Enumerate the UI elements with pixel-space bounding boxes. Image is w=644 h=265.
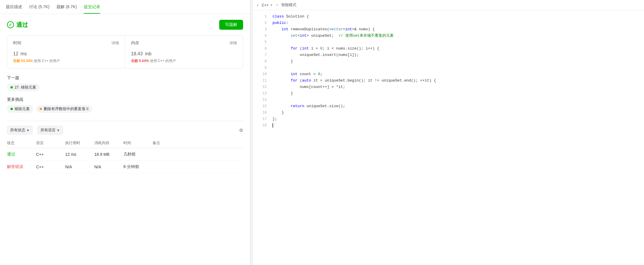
- code-line-7: 7 uniqueSet.insert(nums[i]);: [253, 52, 644, 59]
- code-line-3: 3 int removeDuplicates(vector<int>& nums…: [253, 27, 644, 33]
- time-label: 时间: [13, 40, 21, 46]
- code-line-1: 1class Solution {: [253, 14, 644, 20]
- line-content-13: }: [273, 91, 639, 97]
- code-line-4: 4 set<int> uniqueSet; // 使用set来存储不重复的元素: [253, 33, 644, 39]
- code-editor[interactable]: 1class Solution {2public:3 int removeDup…: [253, 10, 644, 265]
- time-beat-pct: 击败 53.34%: [13, 59, 33, 63]
- line-number-16: 16: [257, 110, 267, 116]
- memory-stat-header: 内存 详情: [131, 40, 237, 46]
- line-content-12: nums[count++] = *it;: [273, 84, 639, 90]
- lang-selector[interactable]: C++ ▼: [262, 3, 273, 7]
- stats-card: 时间 详情 12 ms 击败 53.34% 使用 C++ 的用户 内存 详情 1…: [7, 36, 243, 68]
- code-line-16: 16 }: [253, 110, 644, 116]
- challenge-tag-label-0: 移除元素: [15, 106, 30, 112]
- line-content-8: }: [273, 59, 639, 65]
- memory-label: 内存: [131, 40, 139, 46]
- row-memory-1: N/A: [94, 165, 123, 169]
- code-line-18: 18: [253, 123, 644, 129]
- tab-submissions[interactable]: 提交记录: [84, 0, 100, 14]
- challenge-tag-1[interactable]: 删除有序数组中的重复项 II: [36, 105, 92, 113]
- submissions-section: 所有状态 ▼ 所有语言 ▼ ⚙ 状态 语言 执行用时 消耗内存 时间 备注: [7, 121, 243, 173]
- code-line-17: 17};: [253, 116, 644, 123]
- dot-separator: •: [276, 3, 278, 7]
- code-line-10: 10 int count = 0;: [253, 71, 644, 78]
- line-content-6: for (int i = 0; i < nums.size(); i++) {: [273, 46, 639, 52]
- col-note: 备注: [153, 140, 231, 146]
- memory-beat: 击败 5.04% 使用 C++ 的用户: [131, 59, 237, 63]
- right-panel: i C++ ▼ • 智能模式 1class Solution {2public:…: [253, 0, 644, 265]
- row-status-0[interactable]: 通过: [7, 152, 36, 157]
- line-number-11: 11: [257, 78, 267, 84]
- code-line-2: 2public:: [253, 20, 644, 27]
- memory-detail-link[interactable]: 详情: [229, 40, 237, 46]
- code-line-14: 14: [253, 97, 644, 103]
- line-content-2: public:: [273, 20, 639, 26]
- line-number-18: 18: [257, 123, 267, 128]
- lang-filter-btn[interactable]: 所有语言 ▼: [37, 126, 63, 135]
- tab-discussion[interactable]: 讨论 (5.7K): [29, 0, 49, 14]
- status-pass: ✓ 通过: [7, 21, 28, 29]
- lang-label: C++: [262, 3, 269, 7]
- next-problem-label: 27. 移除元素: [15, 85, 36, 90]
- tabs-bar: 题目描述讨论 (5.7K)题解 (8.7K)提交记录: [0, 0, 250, 14]
- check-icon: ✓: [7, 21, 14, 28]
- memory-num: 18.43: [131, 51, 143, 56]
- chevron-down-icon-2: ▼: [57, 129, 60, 132]
- row-status-1[interactable]: 解答错误: [7, 164, 36, 169]
- more-challenges-title: 更多挑战: [7, 97, 243, 102]
- next-problem-tag[interactable]: 27. 移除元素: [7, 84, 40, 91]
- line-content-1: class Solution {: [273, 14, 639, 20]
- memory-unit: mb: [145, 51, 151, 56]
- row-lang-1: C++: [36, 165, 65, 169]
- code-line-11: 11 for (auto it = uniqueSet.begin(); it …: [253, 78, 644, 84]
- time-beat-suffix: 使用 C++ 的用户: [34, 59, 60, 63]
- cursor: [273, 123, 273, 128]
- lang-filter-label: 所有语言: [40, 128, 56, 133]
- code-line-5: 5: [253, 39, 644, 46]
- editor-header: i C++ ▼ • 智能模式: [253, 0, 644, 10]
- col-lang: 语言: [36, 140, 65, 146]
- tab-solution[interactable]: 题解 (8.7K): [56, 0, 77, 14]
- line-number-5: 5: [257, 39, 267, 45]
- status-filter-btn[interactable]: 所有状态 ▼: [7, 126, 33, 135]
- col-memory: 消耗内存: [94, 140, 123, 146]
- write-solution-button[interactable]: 写题解: [219, 20, 243, 30]
- code-line-12: 12 nums[count++] = *it;: [253, 84, 644, 91]
- time-detail-link[interactable]: 详情: [112, 40, 119, 46]
- line-content-11: for (auto it = uniqueSet.begin(); it != …: [273, 78, 639, 84]
- memory-stat-col: 内存 详情 18.43 mb 击败 5.04% 使用 C++ 的用户: [125, 36, 243, 68]
- line-content-17: };: [273, 116, 639, 122]
- line-number-17: 17: [257, 116, 267, 122]
- row-exec-time-1: N/A: [65, 165, 94, 169]
- challenge-tag-label-1: 删除有序数组中的重复项 II: [44, 106, 89, 112]
- table-row: 解答错误 C++ N/A N/A 6 分钟前: [7, 161, 243, 173]
- panel-divider[interactable]: [250, 0, 253, 265]
- gear-icon[interactable]: ⚙: [239, 128, 243, 133]
- tab-description[interactable]: 题目描述: [6, 0, 22, 14]
- line-content-15: return uniqueSet.size();: [273, 103, 639, 109]
- time-unit: ms: [21, 51, 27, 56]
- line-number-15: 15: [257, 103, 267, 109]
- line-content-3: int removeDuplicates(vector<int>& nums) …: [273, 27, 639, 33]
- code-line-15: 15 return uniqueSet.size();: [253, 103, 644, 110]
- line-number-2: 2: [257, 20, 267, 26]
- row-exec-time-0: 12 ms: [65, 152, 94, 157]
- line-number-4: 4: [257, 33, 267, 39]
- col-settings: [231, 140, 243, 146]
- green-dot-icon-0: [10, 108, 13, 110]
- col-exec-time: 执行用时: [65, 140, 94, 146]
- code-line-9: 9: [253, 65, 644, 71]
- time-stat-col: 时间 详情 12 ms 击败 53.34% 使用 C++ 的用户: [7, 36, 125, 68]
- line-number-7: 7: [257, 52, 267, 58]
- green-dot-icon: [10, 86, 13, 89]
- time-value: 12 ms: [13, 48, 119, 57]
- challenge-tag-0[interactable]: 移除元素: [7, 105, 33, 113]
- time-num: 12: [13, 51, 18, 56]
- left-panel: 题目描述讨论 (5.7K)题解 (8.7K)提交记录 ✓ 通过 写题解 时间 详…: [0, 0, 250, 265]
- status-text: 通过: [16, 21, 28, 29]
- code-line-13: 13 }: [253, 91, 644, 97]
- line-content-10: int count = 0;: [273, 71, 639, 77]
- line-number-9: 9: [257, 65, 267, 71]
- yellow-dot-icon-1: [40, 108, 42, 110]
- line-content-16: }: [273, 110, 639, 116]
